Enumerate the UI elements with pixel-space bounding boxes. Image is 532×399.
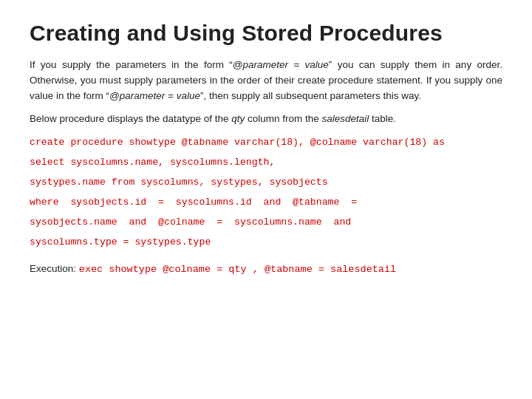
italic-param-value-2: @parameter = value bbox=[109, 90, 200, 101]
execution-line: Execution: exec showtype @colname = qty … bbox=[30, 262, 502, 278]
code-line-2: select syscolumns.name, syscolumns.lengt… bbox=[30, 154, 502, 170]
code-line-3: systypes.name from syscolumns, systypes,… bbox=[30, 174, 502, 190]
code-line-1: create procedure showtype @tabname varch… bbox=[30, 134, 502, 150]
below-paragraph: Below procedure displays the datatype of… bbox=[30, 112, 502, 127]
code-line-6: syscolumns.type = systypes.type bbox=[30, 234, 502, 250]
code-line-4: where sysobjects.id = syscolumns.id and … bbox=[30, 194, 502, 210]
italic-qty: qty bbox=[231, 113, 245, 124]
execution-label: Execution: bbox=[30, 263, 79, 274]
page-title: Creating and Using Stored Procedures bbox=[30, 21, 502, 46]
code-line-5: sysobjects.name and @colname = syscolumn… bbox=[30, 214, 502, 230]
page-container: Creating and Using Stored Procedures If … bbox=[0, 0, 532, 399]
intro-paragraph: If you supply the parameters in the form… bbox=[30, 58, 502, 104]
italic-param-value-1: @parameter = value bbox=[233, 59, 329, 70]
execution-code: exec showtype @colname = qty , @tabname … bbox=[79, 264, 396, 275]
italic-salesdetail: salesdetail bbox=[321, 113, 369, 124]
